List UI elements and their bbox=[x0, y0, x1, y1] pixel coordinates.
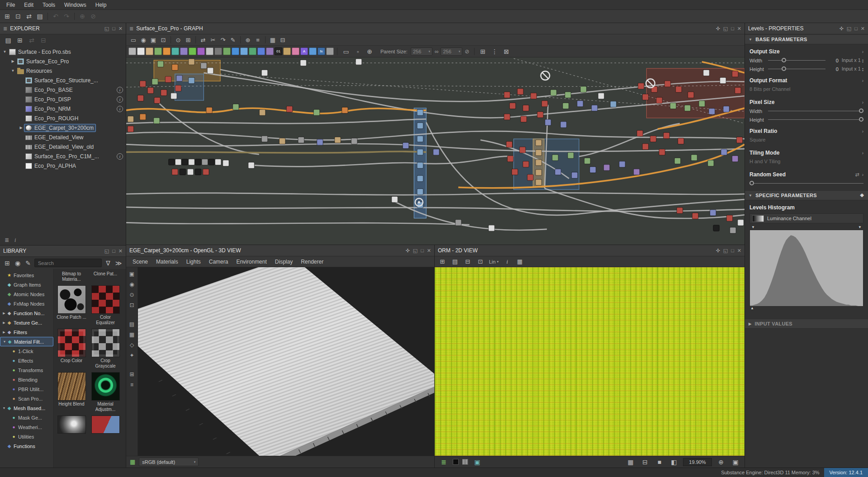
graph-node[interactable] bbox=[261, 70, 267, 76]
close-icon[interactable]: ✕ bbox=[119, 26, 123, 32]
pin-icon[interactable]: ✜ bbox=[840, 26, 844, 32]
graph-node[interactable] bbox=[577, 101, 583, 107]
graph-node[interactable] bbox=[128, 116, 133, 122]
graph-node[interactable] bbox=[202, 159, 208, 165]
graph-node[interactable] bbox=[619, 161, 625, 167]
graph-node[interactable] bbox=[517, 89, 523, 94]
atomic-node-button-22[interactable]: fx bbox=[318, 47, 325, 55]
refresh-icon[interactable]: ◉ bbox=[14, 258, 22, 268]
options-icon[interactable]: ⋮ bbox=[489, 47, 500, 57]
view2d-texture[interactable] bbox=[435, 267, 745, 456]
library-thumbnail[interactable]: Crop Color bbox=[57, 329, 86, 369]
graph-node[interactable] bbox=[723, 106, 729, 112]
output-size-group[interactable]: Output Size › bbox=[745, 44, 868, 56]
graph-node[interactable] bbox=[536, 179, 541, 185]
graph-node[interactable] bbox=[138, 95, 143, 101]
maximize-icon[interactable]: □ bbox=[112, 26, 115, 31]
float-icon[interactable]: ◱ bbox=[723, 248, 728, 254]
chevron-down-icon[interactable]: ▼ bbox=[2, 406, 6, 410]
atomic-node-button-5[interactable] bbox=[171, 47, 179, 55]
graph-node[interactable] bbox=[610, 101, 616, 107]
atomic-node-button-10[interactable] bbox=[214, 47, 222, 55]
graph-node[interactable] bbox=[433, 149, 439, 155]
levels-histogram[interactable] bbox=[749, 230, 863, 307]
width-slider[interactable] bbox=[768, 57, 825, 63]
view3d-viewport[interactable]: ▣◉⊙⊡▤▦◇✦⊞≡ bbox=[126, 267, 434, 456]
graph-node[interactable] bbox=[335, 137, 341, 143]
tree-row[interactable]: Surface_Eco_Pro_C1M_...i bbox=[0, 151, 126, 161]
list-view-icon[interactable]: ≣ bbox=[5, 237, 9, 243]
graph-node[interactable] bbox=[536, 170, 541, 175]
shuffle-icon[interactable]: ⇄ bbox=[855, 172, 859, 178]
histogram-icon[interactable]: ▦ bbox=[516, 257, 524, 267]
graph-node[interactable] bbox=[175, 85, 181, 91]
graph-node[interactable] bbox=[215, 159, 221, 165]
pin-icon[interactable]: ✜ bbox=[716, 26, 720, 32]
specific-parameters-section[interactable]: ▼ SPECIFIC PARAMETERS ❖ bbox=[745, 190, 868, 200]
graph-node[interactable] bbox=[678, 138, 684, 144]
fit-icon[interactable]: ⊞ bbox=[183, 35, 193, 44]
tree-item[interactable]: EGE_Detailed_View_old bbox=[24, 143, 96, 151]
tree-row[interactable]: Eco_Pro_NRMi bbox=[0, 104, 126, 113]
graph-node[interactable] bbox=[261, 136, 267, 142]
wireframe-icon[interactable]: ▦ bbox=[129, 331, 134, 338]
graph-node[interactable] bbox=[637, 130, 643, 136]
pixel-icon[interactable]: ■ bbox=[654, 457, 665, 467]
graph-node[interactable] bbox=[565, 92, 571, 98]
graph-node[interactable] bbox=[286, 106, 292, 112]
random-seed-slider[interactable] bbox=[749, 180, 863, 186]
cut-link-icon[interactable]: ✂ bbox=[208, 35, 218, 44]
library-category-scan-pro-[interactable]: ●Scan Pro... bbox=[0, 394, 53, 403]
graph-node[interactable] bbox=[736, 137, 742, 143]
graph-node[interactable] bbox=[147, 87, 153, 93]
graph-node[interactable] bbox=[300, 60, 306, 66]
graph-node[interactable] bbox=[555, 169, 561, 175]
graph-node[interactable] bbox=[521, 116, 526, 122]
colorspace-lin-select[interactable]: Lin▾ bbox=[489, 259, 498, 264]
chevron-right-icon[interactable]: ▶ bbox=[18, 126, 24, 130]
maximize-icon[interactable]: □ bbox=[421, 248, 424, 253]
graph-node[interactable] bbox=[738, 220, 744, 226]
menu-file[interactable]: File bbox=[2, 1, 19, 9]
chevron-right-icon[interactable]: ▶ bbox=[2, 331, 6, 334]
graph-node[interactable] bbox=[175, 159, 181, 165]
tree-item[interactable]: Eco_Pro_BASE bbox=[24, 86, 75, 94]
tree-item[interactable]: Surface_Eco_Pro_C1M_... bbox=[24, 152, 101, 161]
menu-windows[interactable]: Windows bbox=[60, 1, 91, 9]
info-icon[interactable]: i bbox=[117, 106, 123, 112]
graph-node[interactable] bbox=[709, 109, 715, 114]
graph-node[interactable] bbox=[392, 196, 398, 202]
view3d-menu-renderer[interactable]: Renderer bbox=[297, 258, 327, 266]
atomic-node-button-1[interactable] bbox=[137, 47, 145, 55]
comment-icon[interactable]: ◉ bbox=[138, 35, 148, 44]
info-icon[interactable]: i bbox=[117, 87, 123, 93]
graph-node[interactable] bbox=[541, 101, 547, 107]
import-icon[interactable]: ⇄ bbox=[28, 35, 36, 45]
high-marker[interactable]: ▼ bbox=[858, 225, 862, 229]
graph-node[interactable] bbox=[536, 160, 541, 165]
atomic-node-button-20[interactable]: A bbox=[300, 47, 308, 55]
edit-icon[interactable]: ✎ bbox=[24, 258, 32, 268]
graph-node[interactable] bbox=[580, 86, 586, 92]
float-icon[interactable]: ◱ bbox=[847, 26, 851, 32]
new-package-icon[interactable]: ⊞ bbox=[2, 11, 13, 21]
atomic-node-button-6[interactable] bbox=[180, 47, 188, 55]
graph-node[interactable] bbox=[688, 92, 694, 98]
graph-node[interactable] bbox=[279, 138, 285, 144]
graph-node[interactable] bbox=[568, 152, 574, 158]
library-category-1-click[interactable]: ●1-Click bbox=[0, 346, 53, 356]
undo-icon[interactable]: ↶ bbox=[50, 11, 61, 21]
tree-item[interactable]: Resources bbox=[16, 67, 54, 75]
library-category-material-filt-[interactable]: ▼◆Material Filt... bbox=[0, 337, 53, 346]
library-thumbnail[interactable] bbox=[90, 416, 120, 434]
open-icon[interactable]: ⊡ bbox=[13, 11, 24, 21]
graph-node[interactable] bbox=[512, 169, 517, 175]
graph-node[interactable] bbox=[536, 150, 541, 156]
maximize-icon[interactable]: □ bbox=[731, 26, 734, 31]
graph-node[interactable] bbox=[182, 159, 188, 165]
layers-icon[interactable]: ▦ bbox=[130, 458, 135, 465]
chevron-down-icon[interactable]: ▼ bbox=[2, 50, 8, 54]
graph-node[interactable] bbox=[604, 165, 610, 170]
float-icon[interactable]: ◱ bbox=[413, 248, 417, 254]
new-filter-icon[interactable]: ⊞ bbox=[3, 258, 11, 268]
